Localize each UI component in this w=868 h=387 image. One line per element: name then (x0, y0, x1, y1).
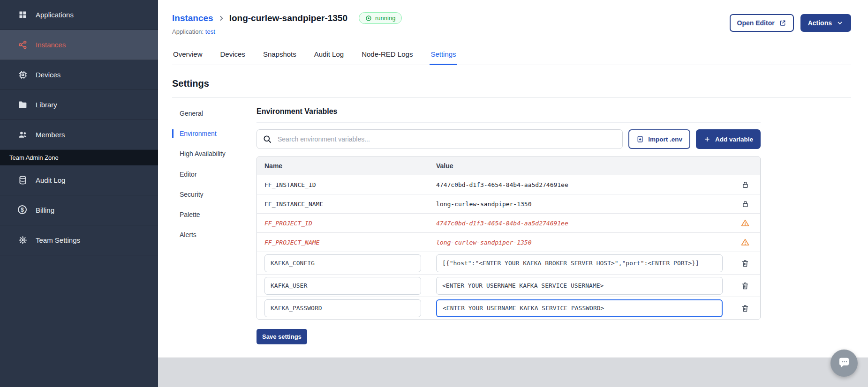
env-var-name: FF_PROJECT_NAME (257, 239, 429, 246)
column-header-value: Value (429, 162, 730, 170)
subnav-palette[interactable]: Palette (172, 210, 233, 219)
delete-variable-button[interactable] (740, 303, 750, 313)
table-row: FF_PROJECT_NAME long-curlew-sandpiper-13… (257, 232, 760, 252)
env-var-name: FF_INSTANCE_NAME (257, 201, 429, 208)
save-settings-button[interactable]: Save settings (257, 329, 307, 344)
table-row: FF_INSTANCE_NAME long-curlew-sandpiper-1… (257, 194, 760, 213)
add-variable-button[interactable]: Add variable (696, 129, 761, 149)
application-link[interactable]: test (205, 28, 215, 35)
delete-variable-button[interactable] (740, 258, 750, 268)
env-var-value-input[interactable] (436, 277, 723, 295)
tab-overview[interactable]: Overview (172, 47, 204, 65)
header-buttons: Open Editor Actions (730, 14, 851, 32)
table-header-row: Name Value (257, 157, 760, 175)
sidebar-item-label: Library (36, 101, 57, 109)
search-icon (263, 134, 272, 144)
import-env-button[interactable]: Import .env (628, 129, 690, 149)
environment-panel: Environment Variables Import .env (257, 107, 761, 344)
chevron-right-icon (218, 15, 225, 22)
open-editor-button[interactable]: Open Editor (730, 14, 794, 32)
main-area: Instances long-curlew-sandpiper-1350 run… (158, 0, 868, 387)
tab-snapshots[interactable]: Snapshots (262, 47, 297, 65)
members-icon (18, 130, 28, 140)
breadcrumb-instances-link[interactable]: Instances (172, 13, 213, 23)
sidebar-item-label: Devices (36, 71, 60, 79)
audit-log-icon (18, 175, 28, 185)
tab-settings[interactable]: Settings (430, 47, 457, 65)
plus-icon (703, 135, 711, 143)
sidebar-item-label: Applications (36, 11, 74, 19)
application-line: Application: test (172, 28, 402, 35)
breadcrumb: Instances long-curlew-sandpiper-1350 run… (172, 12, 402, 24)
sidebar-item-label: Billing (36, 206, 54, 214)
sidebar-item-devices[interactable]: Devices (0, 60, 158, 90)
sidebar-item-label: Team Settings (36, 236, 80, 244)
external-link-icon (779, 19, 786, 27)
settings-title: Settings (172, 78, 851, 89)
instance-tabs: Overview Devices Snapshots Audit Log Nod… (172, 47, 851, 65)
env-var-value: long-curlew-sandpiper-1350 (429, 201, 730, 208)
settings-subnav: General Environment High Availability Ed… (172, 107, 251, 344)
sidebar-item-library[interactable]: Library (0, 90, 158, 120)
chevron-down-icon (836, 19, 844, 27)
lock-icon (741, 181, 749, 189)
warning-icon (741, 238, 749, 246)
applications-icon (18, 10, 28, 20)
tab-node-red-logs[interactable]: Node-RED Logs (361, 47, 414, 65)
sidebar-item-label: Members (36, 131, 65, 139)
sidebar-item-team-settings[interactable]: Team Settings (0, 225, 158, 255)
env-var-value-input[interactable] (436, 254, 723, 272)
search-wrapper (257, 129, 623, 149)
env-var-name-input[interactable] (264, 277, 421, 295)
env-var-name: FF_INSTANCE_ID (257, 181, 429, 188)
trash-icon (741, 259, 749, 268)
instances-icon (18, 40, 28, 50)
sidebar-item-audit-log[interactable]: Audit Log (0, 165, 158, 195)
search-input[interactable] (257, 129, 623, 149)
table-row: FF_INSTANCE_ID 4747c0bd-d1f3-4654-84b4-a… (257, 175, 760, 194)
subnav-general[interactable]: General (172, 109, 233, 118)
subnav-high-availability[interactable]: High Availability (172, 149, 233, 158)
subnav-editor[interactable]: Editor (172, 170, 233, 179)
sidebar-item-instances[interactable]: Instances (0, 30, 158, 60)
table-row (257, 274, 760, 297)
table-row (257, 297, 760, 319)
env-var-name-input[interactable] (264, 299, 421, 317)
sidebar-item-label: Instances (36, 41, 66, 49)
chat-icon (837, 356, 851, 370)
devices-icon (18, 70, 28, 80)
table-row: FF_PROJECT_ID 4747c0bd-d1f3-4654-84b4-aa… (257, 213, 760, 232)
actions-button[interactable]: Actions (800, 14, 851, 32)
team-admin-zone-label: Team Admin Zone (0, 150, 158, 165)
sidebar-item-billing[interactable]: $ Billing (0, 195, 158, 225)
warning-icon (741, 219, 749, 227)
library-icon (18, 100, 28, 110)
chat-widget-button[interactable] (830, 350, 858, 377)
environment-variables-table: Name Value FF_INSTANCE_ID 4747c0bd-d1f3-… (257, 156, 761, 320)
running-status-icon (365, 15, 372, 22)
env-var-value: long-curlew-sandpiper-1350 (429, 239, 730, 246)
team-settings-icon (18, 235, 28, 245)
tab-devices[interactable]: Devices (219, 47, 246, 65)
status-badge: running (359, 12, 402, 24)
env-var-value: 4747c0bd-d1f3-4654-84b4-aa5d274691ee (429, 181, 730, 188)
settings-divider (172, 97, 851, 98)
lock-icon (741, 200, 749, 208)
column-header-name: Name (257, 162, 429, 170)
environment-variables-title: Environment Variables (257, 107, 761, 123)
subnav-environment[interactable]: Environment (172, 129, 233, 138)
trash-icon (741, 282, 749, 290)
env-var-value: 4747c0bd-d1f3-4654-84b4-aa5d274691ee (429, 220, 730, 227)
env-var-value-input[interactable] (436, 299, 723, 317)
env-var-name-input[interactable] (264, 254, 421, 272)
sidebar-item-applications[interactable]: Applications (0, 0, 158, 30)
sidebar-item-members[interactable]: Members (0, 120, 158, 150)
instance-name: long-curlew-sandpiper-1350 (229, 13, 347, 23)
subnav-security[interactable]: Security (172, 190, 233, 199)
table-row (257, 252, 760, 274)
content: Instances long-curlew-sandpiper-1350 run… (158, 0, 868, 357)
delete-variable-button[interactable] (740, 281, 750, 291)
billing-icon: $ (18, 205, 28, 215)
subnav-alerts[interactable]: Alerts (172, 231, 233, 239)
tab-audit-log[interactable]: Audit Log (313, 47, 345, 65)
